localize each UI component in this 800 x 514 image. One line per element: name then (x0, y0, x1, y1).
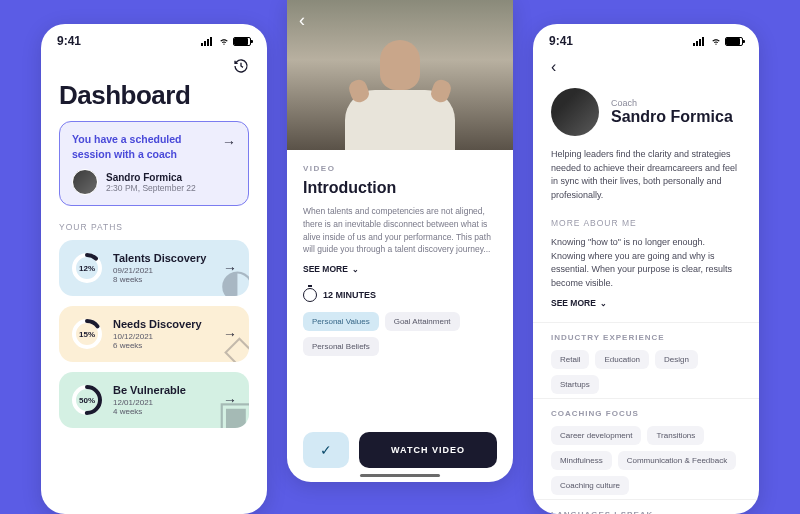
tag[interactable]: Goal Attainment (385, 312, 460, 331)
profile-bio: Helping leaders find the clarity and str… (533, 148, 759, 214)
signal-icon (693, 36, 707, 46)
path-date: 12/01/2021 (113, 398, 213, 407)
status-time: 9:41 (57, 34, 81, 48)
mark-done-button[interactable]: ✓ (303, 432, 349, 468)
signal-icon (201, 36, 215, 46)
about-text: Knowing "how to" is no longer enough. Kn… (533, 236, 759, 290)
path-title: Be Vulnerable (113, 384, 213, 396)
path-title: Talents Discovery (113, 252, 213, 264)
tag[interactable]: Transitions (647, 426, 704, 445)
session-time: 2:30 PM, September 22 (106, 183, 196, 193)
timer-icon (303, 288, 317, 302)
tag[interactable]: Retail (551, 350, 589, 369)
your-paths-label: YOUR PATHS (41, 218, 267, 240)
see-more-button[interactable]: SEE MORE ⌄ (303, 264, 497, 274)
video-preview[interactable]: ‹ (287, 0, 513, 150)
progress-ring: 15% (71, 318, 103, 350)
progress-ring: 12% (71, 252, 103, 284)
path-title: Needs Discovery (113, 318, 213, 330)
coach-name: Sandro Formica (106, 172, 196, 183)
status-icons (201, 36, 251, 46)
status-bar: 9:41 (41, 24, 267, 52)
path-duration: 4 weeks (113, 407, 213, 416)
coaching-focus-label: COACHING FOCUS (533, 398, 759, 426)
tag[interactable]: Design (655, 350, 698, 369)
coach-avatar (551, 88, 599, 136)
status-bar: 9:41 (533, 24, 759, 52)
status-time: 9:41 (549, 34, 573, 48)
path-date: 09/21/2021 (113, 266, 213, 275)
video-title: Introduction (303, 179, 497, 197)
languages-label: LANGUAGES I SPEAK (533, 499, 759, 514)
path-card[interactable]: 15% Needs Discovery 10/12/2021 6 weeks →… (59, 306, 249, 362)
progress-ring: 50% (71, 384, 103, 416)
coach-avatar (72, 169, 98, 195)
duration-row: 12 MINUTES (303, 288, 497, 302)
progress-percent: 15% (71, 318, 103, 350)
chevron-down-icon: ⌄ (352, 265, 359, 274)
wifi-icon (710, 36, 722, 46)
home-indicator[interactable] (360, 474, 440, 477)
path-date: 10/12/2021 (113, 332, 213, 341)
more-about-label: MORE ABOUR ME (533, 214, 759, 236)
page-title: Dashboard (41, 76, 267, 121)
content-type-label: VIDEO (303, 164, 497, 173)
tag[interactable]: Coaching culture (551, 476, 629, 495)
session-heading: You have a scheduled session with a coac… (72, 132, 236, 161)
path-duration: 6 weeks (113, 341, 213, 350)
battery-icon (233, 37, 251, 46)
see-more-label: SEE MORE (551, 298, 596, 308)
progress-percent: 12% (71, 252, 103, 284)
video-thumbnail-person (330, 30, 470, 150)
dashboard-screen: 9:41 Dashboard You have a scheduled sess… (41, 24, 267, 514)
profile-role: Coach (611, 98, 733, 108)
path-card[interactable]: 50% Be Vulnerable 12/01/2021 4 weeks → ▣ (59, 372, 249, 428)
video-description: When talents and competencies are not al… (303, 205, 497, 256)
see-more-button[interactable]: SEE MORE ⌄ (533, 290, 759, 322)
duration-text: 12 MINUTES (323, 290, 376, 300)
see-more-label: SEE MORE (303, 264, 348, 274)
tag[interactable]: Personal Values (303, 312, 379, 331)
back-button[interactable]: ‹ (299, 10, 305, 31)
tag[interactable]: Communication & Feedback (618, 451, 737, 470)
tag[interactable]: Education (595, 350, 649, 369)
history-icon (233, 58, 249, 74)
wifi-icon (218, 36, 230, 46)
tag[interactable]: Career development (551, 426, 641, 445)
back-button[interactable]: ‹ (533, 52, 759, 82)
history-button[interactable] (41, 52, 267, 76)
chevron-down-icon: ⌄ (600, 299, 607, 308)
arrow-right-icon: → (222, 134, 236, 150)
watch-video-label: WATCH VIDEO (391, 445, 465, 455)
progress-percent: 50% (71, 384, 103, 416)
path-duration: 8 weeks (113, 275, 213, 284)
tag[interactable]: Startups (551, 375, 599, 394)
video-detail-screen: ‹ VIDEO Introduction When talents and co… (287, 0, 513, 482)
tag[interactable]: Personal Beliefs (303, 337, 379, 356)
profile-name: Sandro Formica (611, 108, 733, 126)
industry-experience-label: INDUCTRY EXPERIENCE (533, 322, 759, 350)
watch-video-button[interactable]: WATCH VIDEO (359, 432, 497, 468)
battery-icon (725, 37, 743, 46)
status-icons (693, 36, 743, 46)
path-card[interactable]: 12% Talents Discovery 09/21/2021 8 weeks… (59, 240, 249, 296)
coach-profile-screen: 9:41 ‹ Coach Sandro Formica Helping lead… (533, 24, 759, 514)
tag[interactable]: Mindfulness (551, 451, 612, 470)
check-icon: ✓ (320, 442, 332, 458)
scheduled-session-card[interactable]: You have a scheduled session with a coac… (59, 121, 249, 206)
